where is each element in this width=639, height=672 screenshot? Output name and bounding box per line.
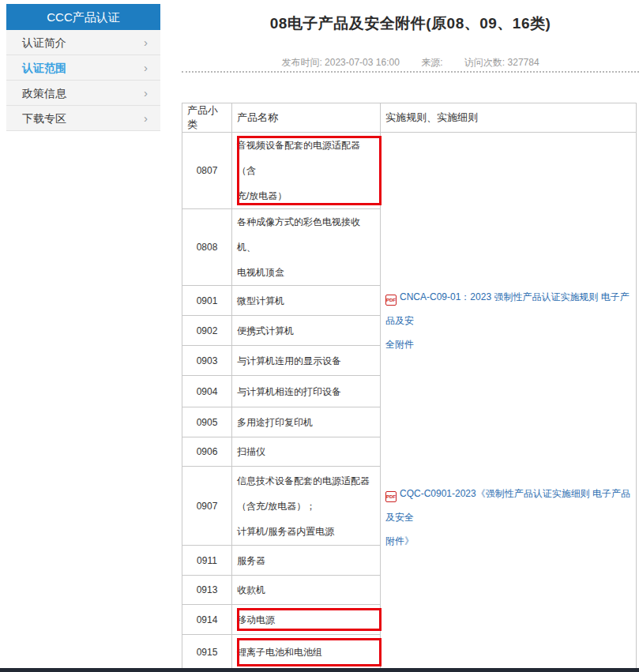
product-name: 收款机 <box>232 576 381 605</box>
product-name: 移动电源 <box>232 605 381 635</box>
sidebar: CCC产品认证 认证简介›认证范围›政策信息›下载专区› <box>6 4 160 131</box>
column-header: 实施规则、实施细则 <box>381 103 637 133</box>
sidebar-item-2[interactable]: 认证范围› <box>6 55 160 81</box>
sidebar-item-label: 认证范围 <box>22 55 66 81</box>
product-code: 0906 <box>182 437 232 467</box>
product-name: 扫描仪 <box>232 437 381 467</box>
content-area: 08电子产品及安全附件(原08、09、16类) 发布时间: 2023-07-03… <box>182 0 639 34</box>
sidebar-item-3[interactable]: 政策信息› <box>6 81 160 106</box>
product-code: 0907 <box>182 467 232 546</box>
rule-document-link[interactable]: PDFCQC-C0901-2023《强制性产品认证实施细则 电子产品及安全 附件… <box>385 482 635 553</box>
pdf-icon: PDF <box>385 491 397 502</box>
rules-cell: PDFCNCA-C09-01：2023 强制性产品认证实施规则 电子产品及安 全… <box>381 133 637 672</box>
product-code: 0808 <box>182 209 232 286</box>
footer-bar <box>0 668 639 672</box>
product-code: 0903 <box>182 346 232 376</box>
sidebar-title: CCC产品认证 <box>6 4 160 30</box>
product-name: 便携式计算机 <box>232 316 381 346</box>
dotted-divider <box>182 71 639 73</box>
chevron-right-icon: › <box>144 81 148 106</box>
product-name: 信息技术设备配套的电源适配器 （含充/放电器）； 计算机/服务器内置电源 <box>232 467 381 546</box>
product-name: 多用途打印复印机 <box>232 407 381 437</box>
page: CCC产品认证 认证简介›认证范围›政策信息›下载专区› 08电子产品及安全附件… <box>0 0 639 672</box>
chevron-right-icon: › <box>144 106 148 131</box>
sidebar-item-label: 下载专区 <box>22 106 66 131</box>
table-header-row: 产品小类产品名称实施规则、实施细则 <box>182 103 637 133</box>
sidebar-menu: 认证简介›认证范围›政策信息›下载专区› <box>6 30 160 131</box>
column-header: 产品名称 <box>232 103 381 133</box>
product-code: 0911 <box>182 546 232 576</box>
sidebar-item-label: 政策信息 <box>22 81 66 106</box>
highlight-box <box>237 638 382 666</box>
chevron-right-icon: › <box>144 55 148 81</box>
sidebar-item-4[interactable]: 下载专区› <box>6 106 160 131</box>
product-code: 0914 <box>182 605 232 635</box>
page-title: 08电子产品及安全附件(原08、09、16类) <box>182 13 639 34</box>
product-name: 与计算机相连的打印设备 <box>232 376 381 407</box>
product-name: 音视频设备配套的电源适配器（含 充/放电器） <box>232 133 381 209</box>
product-name: 微型计算机 <box>232 286 381 316</box>
visit-count: 访问次数: 327784 <box>464 57 539 68</box>
column-header: 产品小类 <box>182 103 232 133</box>
source: 来源: <box>421 57 445 68</box>
product-code: 0807 <box>182 133 232 209</box>
sidebar-item-label: 认证简介 <box>22 30 66 55</box>
publish-time: 发布时间: 2023-07-03 16:00 <box>281 57 399 68</box>
product-code: 0904 <box>182 376 232 407</box>
highlight-box <box>237 608 382 631</box>
product-name: 与计算机连用的显示设备 <box>232 346 381 376</box>
highlight-box <box>237 136 382 205</box>
product-name: 各种成像方式的彩色电视接收机、 电视机顶盒 <box>232 209 381 286</box>
pdf-icon: PDF <box>385 295 397 306</box>
product-table-wrap: 产品小类产品名称实施规则、实施细则 0807音视频设备配套的电源适配器（含 充/… <box>182 103 636 672</box>
table-row: 0807音视频设备配套的电源适配器（含 充/放电器）PDFCNCA-C09-01… <box>182 133 637 209</box>
product-code: 0901 <box>182 286 232 316</box>
rule-document-link[interactable]: PDFCNCA-C09-01：2023 强制性产品认证实施规则 电子产品及安 全… <box>385 285 635 356</box>
product-table: 产品小类产品名称实施规则、实施细则 0807音视频设备配套的电源适配器（含 充/… <box>182 103 637 672</box>
product-name: 锂离子电池和电池组 <box>232 635 381 670</box>
sidebar-item-1[interactable]: 认证简介› <box>6 30 160 55</box>
chevron-right-icon: › <box>144 30 148 55</box>
article-meta: 发布时间: 2023-07-03 16:00 来源: 访问次数: 327784 <box>182 56 639 69</box>
product-code: 0902 <box>182 316 232 346</box>
product-code: 0915 <box>182 635 232 670</box>
product-code: 0913 <box>182 576 232 605</box>
product-code: 0905 <box>182 407 232 437</box>
product-name: 服务器 <box>232 546 381 576</box>
